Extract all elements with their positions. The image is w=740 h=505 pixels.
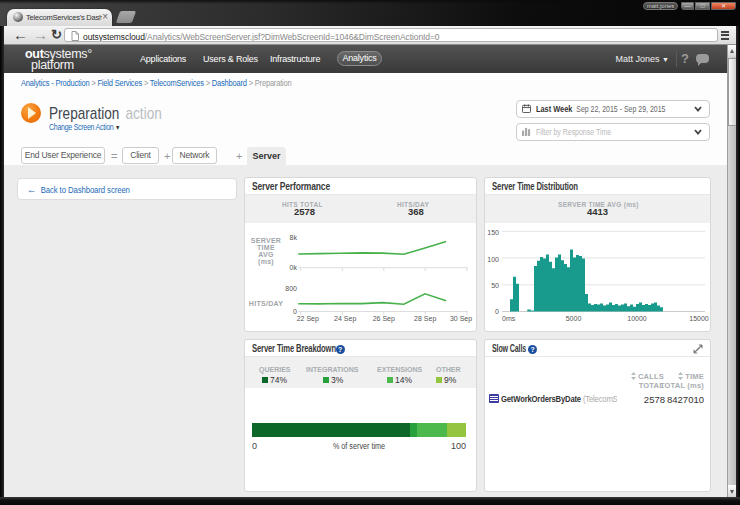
svg-text:24 Sep: 24 Sep (334, 315, 356, 323)
svg-text:30 Sep: 30 Sep (450, 315, 472, 323)
svg-text:0: 0 (495, 308, 499, 315)
svg-text:AVG: AVG (258, 251, 274, 258)
svg-text:100: 100 (487, 256, 499, 263)
svg-text:0ms: 0ms (502, 315, 516, 322)
svg-text:5000: 5000 (566, 315, 582, 322)
svg-text:28 Sep: 28 Sep (414, 315, 436, 323)
svg-text:800: 800 (285, 285, 297, 292)
svg-text:0k: 0k (290, 264, 298, 271)
svg-text:8k: 8k (290, 234, 298, 241)
svg-text:150: 150 (487, 229, 499, 236)
svg-text:26 Sep: 26 Sep (373, 315, 395, 323)
svg-text:0: 0 (293, 308, 297, 315)
svg-text:50: 50 (491, 282, 499, 289)
svg-text:(ms): (ms) (258, 258, 274, 266)
svg-text:15000: 15000 (689, 315, 709, 322)
svg-text:22 Sep: 22 Sep (297, 315, 319, 323)
svg-text:HITS/DAY: HITS/DAY (249, 300, 283, 307)
svg-text:10000: 10000 (627, 315, 647, 322)
